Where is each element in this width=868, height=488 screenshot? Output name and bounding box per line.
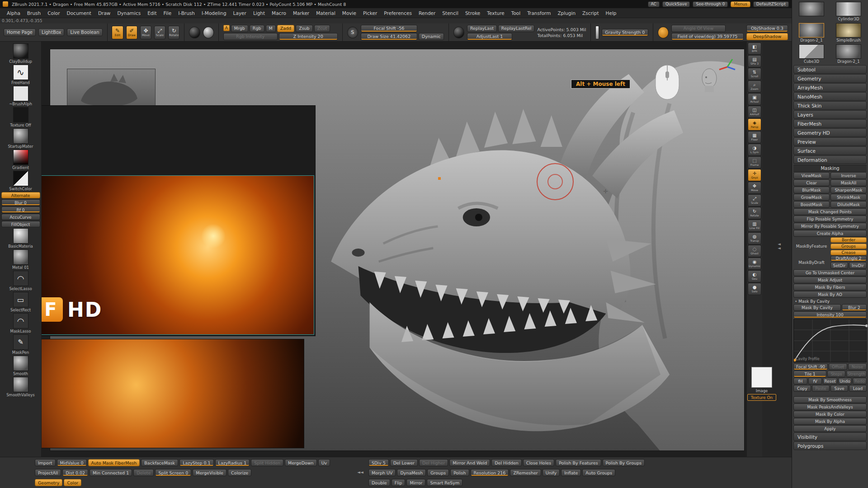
cavity-control-button[interactable]: Offset	[829, 363, 847, 370]
shelf-icon-button[interactable]: ▣ Actual	[748, 93, 761, 105]
menu-item[interactable]: I-Brush	[177, 9, 196, 17]
menu-item[interactable]: Movie	[341, 9, 358, 17]
lightbox-button[interactable]: LightBox	[38, 28, 65, 36]
tray-item[interactable]: SmoothValleys	[1, 377, 40, 397]
cavity-control-button[interactable]: Strength	[846, 371, 867, 377]
bottom-button[interactable]: Colorize	[228, 469, 251, 476]
adjust-last-slider[interactable]: AdjustLast 1	[467, 33, 512, 40]
shelf-icon-button[interactable]: ◧ BPR	[748, 42, 761, 55]
shelf-icon-button[interactable]: ⌕ Zoom	[748, 80, 761, 93]
bottom-button[interactable]: Dist 0.02	[62, 469, 88, 476]
bottom-button[interactable]: ZRemesher	[510, 469, 541, 476]
dynamic-button[interactable]: Dynamic	[419, 33, 444, 40]
shelf-icon-button[interactable]: ● Solo	[748, 283, 761, 295]
bottom-button[interactable]: SDiv 5	[368, 459, 389, 466]
cavity-control-button[interactable]: Tile 1	[793, 371, 826, 377]
tray-item[interactable]: Gradient	[1, 150, 40, 170]
bottom-button[interactable]: Split Hidden	[251, 459, 283, 466]
masking-button[interactable]: Go To Unmasked Center	[793, 269, 867, 276]
masking-button[interactable]: SharpenMask	[830, 187, 867, 193]
masking-button[interactable]: Mask Changed Points	[793, 208, 867, 215]
bottom-button[interactable]: Close Holes	[523, 459, 554, 466]
tray-item[interactable]: MaskPen	[1, 334, 40, 355]
bottom-button[interactable]: BackfaceMask	[141, 459, 178, 466]
masking-button[interactable]: BoostMask	[793, 201, 830, 208]
bottom-button[interactable]: Flip	[392, 479, 406, 486]
zadd-button[interactable]: Zadd	[277, 25, 294, 32]
tool-cell[interactable]: Cylinder3D	[830, 1, 867, 22]
shelf-icon-button[interactable]: ◑ L.Sym	[748, 144, 761, 156]
tray-item[interactable]: Blur 0	[1, 199, 40, 206]
menu-item[interactable]: Preferences	[382, 9, 413, 17]
palette-section-row[interactable]: Polygroups	[793, 441, 867, 450]
tray-item[interactable]: AccuCurve	[1, 214, 40, 220]
menu-item[interactable]: Render	[417, 9, 437, 17]
masking-button[interactable]: Inverse	[830, 172, 867, 179]
masking-button[interactable]: ViewMask	[793, 172, 830, 179]
bottom-button[interactable]: Auto Groups	[582, 469, 615, 476]
titlebar-button[interactable]: Menus	[731, 1, 750, 7]
menu-item[interactable]: Layer	[232, 9, 248, 17]
curve-io-button[interactable]: Copy	[793, 385, 811, 392]
masking-button[interactable]: Clear	[793, 179, 830, 186]
menu-item[interactable]: Edit	[146, 9, 158, 17]
bottom-button[interactable]: Del Lower	[390, 459, 418, 466]
texture-image-thumbnail[interactable]	[751, 367, 772, 388]
rgb-button[interactable]: Rgb	[250, 25, 264, 32]
tray-item[interactable]: Alternate	[1, 192, 40, 198]
a-chip[interactable]: A	[223, 25, 230, 31]
bottom-button[interactable]: Mirror And Weld	[449, 459, 490, 466]
stroke-curve-icon[interactable]: S	[347, 27, 358, 38]
tray-item[interactable]: Rf 0	[1, 206, 40, 213]
masking-button[interactable]: Apply	[793, 425, 867, 432]
gravity-strength-slider[interactable]: Gravity Strength 0	[602, 29, 648, 36]
dragon-sculpt[interactable]	[315, 49, 745, 451]
curve-io-button[interactable]: Paste	[812, 385, 830, 392]
titlebar-button[interactable]: AC	[648, 1, 660, 7]
bottom-button[interactable]: Uv	[318, 459, 330, 466]
z-intensity-slider[interactable]: Z Intensity 20	[279, 33, 338, 40]
menu-item[interactable]: Macro	[270, 9, 288, 17]
tray-item[interactable]: FillObject	[1, 221, 40, 227]
masking-section-header[interactable]: Masking	[793, 165, 867, 172]
palette-section-row[interactable]: Preview	[793, 137, 867, 146]
tray-item[interactable]: Smooth	[1, 356, 40, 376]
inv-dir-button[interactable]: InvDir	[849, 262, 867, 269]
bottom-button[interactable]: MidValue 0	[57, 459, 87, 466]
menu-item[interactable]: Zplugin	[556, 9, 577, 17]
menu-item[interactable]: Picker	[362, 9, 378, 17]
draw-mode-button[interactable]: ✐ Draw	[126, 26, 137, 39]
cavity-blur-slider[interactable]: Blur 2	[842, 304, 867, 311]
reference-image-1[interactable]: F HD	[34, 175, 314, 335]
masking-button[interactable]: BlurMask	[793, 187, 830, 193]
tool-cell[interactable]: SimpleBrush	[830, 22, 867, 43]
masking-button[interactable]: Mask By Fibers	[793, 284, 867, 291]
bottom-button[interactable]: Import	[35, 459, 56, 466]
menu-item[interactable]: Dynamics	[116, 9, 142, 17]
alpha-picker-icon[interactable]	[203, 27, 214, 38]
set-dir-button[interactable]: SetDir	[830, 262, 848, 269]
replay-last-button[interactable]: ReplayLast	[467, 25, 497, 32]
palette-section-row[interactable]: Visibility	[793, 432, 867, 441]
mask-by-cavity-button[interactable]: Mask By Cavity	[793, 304, 841, 311]
bottom-button[interactable]: Geometry	[35, 479, 62, 486]
live-boolean-button[interactable]: Live Boolean	[67, 28, 102, 36]
tray-item[interactable]: ~BrushAlph	[1, 86, 40, 106]
shelf-icon-button[interactable]: ◉ Dynamic	[748, 258, 761, 270]
stroke-type-icon[interactable]	[189, 27, 200, 38]
bottom-button[interactable]: ProjectAll	[35, 469, 61, 476]
bottom-button[interactable]: Auto Mask FiberMesh	[88, 459, 140, 466]
bottom-button[interactable]: Del Hidden	[491, 459, 522, 466]
masking-button[interactable]: Mask By Smoothness	[793, 396, 867, 403]
tray-item[interactable]: FreeHand	[1, 65, 40, 85]
masking-button[interactable]: Mask By Alpha	[793, 418, 867, 425]
palette-section-row[interactable]: Geometry	[793, 74, 867, 83]
bottom-button[interactable]: Morph UV	[368, 469, 396, 476]
tool-cell[interactable]: Cube3D	[793, 43, 830, 65]
titlebar-button[interactable]: DefaultZScript	[753, 1, 789, 7]
palette-section-row[interactable]: Surface	[793, 146, 867, 155]
curve-edit-button[interactable]: fH	[793, 378, 807, 385]
deep-shadow-button[interactable]: DeepShadow	[746, 33, 788, 40]
replay-icon[interactable]	[453, 27, 464, 38]
replay-last-rel-button[interactable]: ReplayLastRel	[498, 25, 535, 32]
